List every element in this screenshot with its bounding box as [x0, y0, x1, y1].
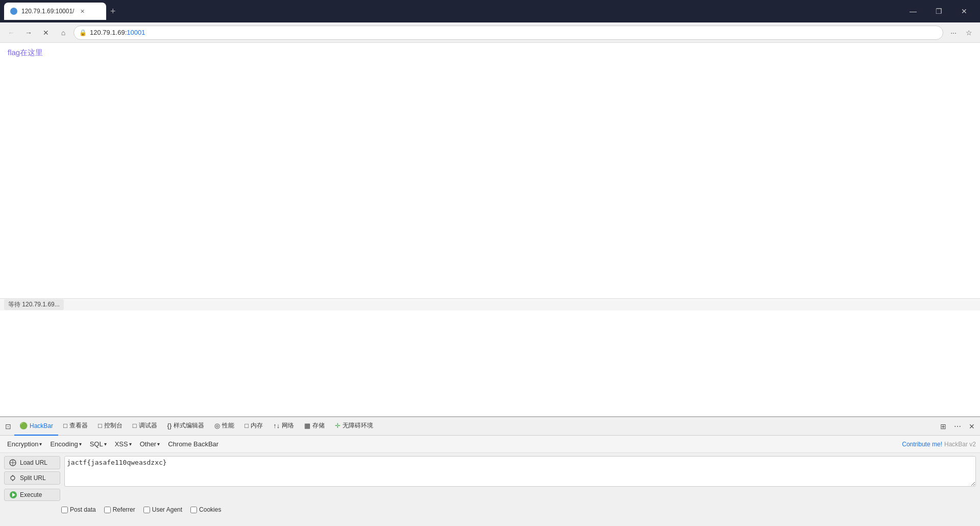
devtools-right-actions: ⊞ ⋯ ✕ — [937, 420, 978, 433]
stop-button[interactable]: ✕ — [39, 26, 53, 40]
post-data-checkbox[interactable] — [61, 507, 68, 513]
xss-menu[interactable]: XSS ▾ — [112, 439, 135, 449]
tab-hackbar[interactable]: 🟢 HackBar — [14, 417, 58, 436]
user-agent-checkbox[interactable] — [143, 507, 150, 513]
memory-icon: □ — [244, 422, 249, 429]
navigation-bar: ← → ✕ ⌂ 🔒 120.79.1.69:10001 ··· ☆ — [0, 22, 980, 43]
new-tab-button[interactable]: + — [108, 4, 118, 19]
close-devtools-button[interactable]: ✕ — [966, 420, 978, 433]
execute-icon — [10, 491, 17, 498]
tab-debugger[interactable]: □ 调试器 — [128, 417, 162, 436]
network-tab-label: 网络 — [282, 421, 294, 430]
encoding-menu[interactable]: Encoding ▾ — [47, 439, 84, 449]
xss-chevron-icon: ▾ — [129, 441, 132, 447]
tab-favicon — [10, 8, 17, 15]
chrome-backbar-label: Chrome BackBar — [168, 440, 218, 448]
home-button[interactable]: ⌂ — [56, 26, 70, 40]
sql-menu[interactable]: SQL ▾ — [87, 439, 110, 449]
user-agent-check[interactable]: User Agent — [143, 506, 182, 513]
storage-tab-label: 存储 — [312, 421, 325, 430]
tab-accessibility[interactable]: ✛ 无障碍环境 — [330, 417, 378, 436]
performance-icon: ◎ — [214, 422, 220, 429]
inspector-tab-label: 查看器 — [69, 421, 88, 430]
tab-title: 120.79.1.69:10001/ — [21, 8, 74, 15]
chrome-backbar-menu[interactable]: Chrome BackBar — [165, 439, 222, 449]
hackbar-version: HackBar v2 — [944, 441, 976, 448]
other-chevron-icon: ▾ — [157, 441, 160, 447]
load-url-button[interactable]: Load URL — [4, 456, 60, 469]
contribute-link[interactable]: Contribute me! — [902, 441, 942, 448]
security-icon: 🔒 — [79, 29, 87, 36]
nav-actions: ··· ☆ — [946, 26, 976, 40]
status-bar: 等待 120.79.1.69... — [0, 298, 980, 310]
devtools-icon[interactable]: ⊡ — [2, 420, 14, 433]
restore-button[interactable]: ❐ — [927, 4, 950, 19]
other-label: Other — [140, 440, 157, 448]
memory-tab-label: 内存 — [251, 421, 263, 430]
encoding-label: Encoding — [50, 440, 78, 448]
devtools-tab-bar: ⊡ 🟢 HackBar □ 查看器 □ 控制台 □ 调试器 {} 样式编辑器 — [0, 417, 980, 436]
devtools-panel: ⊡ 🟢 HackBar □ 查看器 □ 控制台 □ 调试器 {} 样式编辑器 — [0, 416, 980, 526]
minimize-button[interactable]: — — [901, 4, 925, 19]
tab-performance[interactable]: ◎ 性能 — [209, 417, 239, 436]
split-url-icon — [9, 474, 17, 482]
other-menu[interactable]: Other ▾ — [137, 439, 163, 449]
accessibility-icon: ✛ — [335, 422, 340, 429]
hackbar-dot-icon: 🟢 — [19, 422, 28, 429]
tab-storage[interactable]: ▦ 存储 — [299, 417, 330, 436]
style-editor-tab-label: 样式编辑器 — [174, 421, 204, 430]
tab-bar: 120.79.1.69:10001/ ✕ + — [4, 3, 899, 20]
cookies-checkbox[interactable] — [190, 507, 197, 513]
dock-button[interactable]: ⊞ — [937, 420, 949, 433]
debugger-tab-label: 调试器 — [139, 421, 157, 430]
contribute-area: Contribute me! HackBar v2 — [902, 441, 976, 448]
address-text: 120.79.1.69:10001 — [90, 29, 145, 36]
active-tab[interactable]: 120.79.1.69:10001/ ✕ — [4, 3, 106, 20]
xss-label: XSS — [115, 440, 128, 448]
cookies-check[interactable]: Cookies — [190, 506, 221, 513]
address-bar[interactable]: 🔒 120.79.1.69:10001 — [74, 26, 943, 40]
window-controls: — ❐ ✕ — [901, 4, 976, 19]
status-text: 等待 120.79.1.69... — [4, 299, 64, 310]
sql-chevron-icon: ▾ — [104, 441, 107, 447]
hackbar-menu: Encryption ▾ Encoding ▾ SQL ▾ XSS ▾ Othe… — [4, 439, 976, 449]
page-content: flag在这里 — [0, 43, 980, 298]
post-data-check[interactable]: Post data — [61, 506, 96, 513]
encryption-menu[interactable]: Encryption ▾ — [4, 439, 45, 449]
url-host: 120.79.1.69: — [90, 29, 127, 36]
load-url-label: Load URL — [20, 459, 47, 466]
sql-label: SQL — [90, 440, 103, 448]
bookmark-button[interactable]: ☆ — [962, 26, 976, 40]
tab-console[interactable]: □ 控制台 — [93, 417, 128, 436]
close-button[interactable]: ✕ — [952, 4, 976, 19]
post-data-label: Post data — [70, 506, 96, 513]
referrer-checkbox[interactable] — [104, 507, 111, 513]
hackbar-toolbar: Encryption ▾ Encoding ▾ SQL ▾ XSS ▾ Othe… — [0, 436, 980, 453]
cookies-label: Cookies — [199, 506, 221, 513]
hackbar-action-buttons: Load URL Split URL Execute — [4, 456, 60, 501]
execute-button[interactable]: Execute — [4, 489, 60, 501]
execute-label: Execute — [20, 491, 42, 498]
flag-link[interactable]: flag在这里 — [8, 48, 43, 57]
tab-close-button[interactable]: ✕ — [78, 7, 86, 15]
encoding-chevron-icon: ▾ — [79, 441, 82, 447]
storage-icon: ▦ — [304, 422, 310, 429]
tab-memory[interactable]: □ 内存 — [239, 417, 268, 436]
more-options-button[interactable]: ··· — [946, 26, 961, 40]
hackbar-checkboxes: Post data Referrer User Agent Cookies — [0, 504, 980, 517]
hackbar-textarea[interactable]: jactf{jasafe110qweasdzxc} — [64, 456, 976, 487]
performance-tab-label: 性能 — [222, 421, 234, 430]
back-button[interactable]: ← — [4, 26, 18, 40]
forward-button[interactable]: → — [21, 26, 36, 40]
svg-point-3 — [11, 476, 15, 480]
tab-inspector[interactable]: □ 查看器 — [58, 417, 93, 436]
more-tools-button[interactable]: ⋯ — [951, 420, 964, 433]
console-tab-label: 控制台 — [104, 421, 122, 430]
tab-style-editor[interactable]: {} 样式编辑器 — [162, 417, 210, 436]
referrer-check[interactable]: Referrer — [104, 506, 135, 513]
hackbar-body: Load URL Split URL Execute jactf{jasafe1… — [0, 453, 980, 504]
encryption-label: Encryption — [7, 440, 38, 448]
split-url-button[interactable]: Split URL — [4, 471, 60, 485]
inspector-icon: □ — [63, 422, 67, 429]
tab-network[interactable]: ↑↓ 网络 — [268, 417, 299, 436]
